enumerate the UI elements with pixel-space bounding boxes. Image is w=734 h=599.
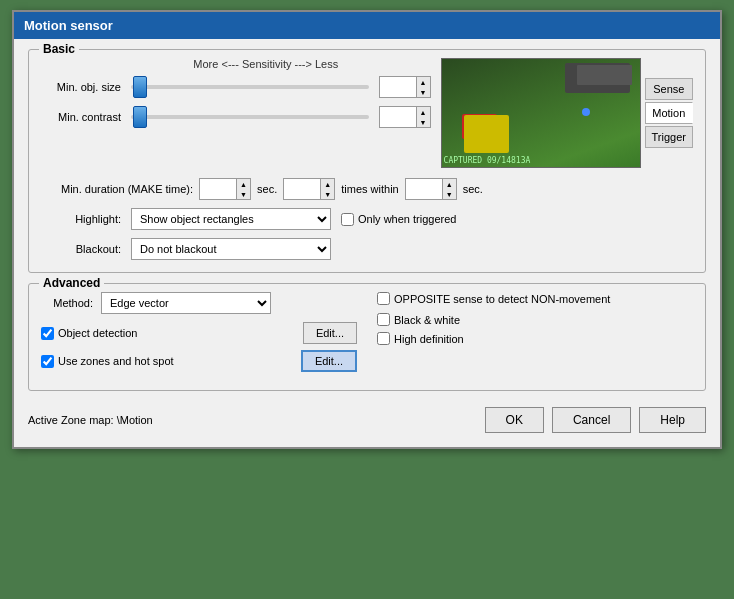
camera-preview: CAPTURED 09/14813A bbox=[441, 58, 641, 168]
min-contrast-label: Min. contrast bbox=[41, 111, 121, 123]
min-obj-size-label: Min. obj. size bbox=[41, 81, 121, 93]
min-obj-size-up[interactable]: ▲ bbox=[416, 77, 430, 87]
edit-zones-button[interactable]: Edit... bbox=[301, 350, 357, 372]
times-input[interactable]: 1 bbox=[284, 179, 320, 199]
method-label: Method: bbox=[41, 297, 93, 309]
highlight-select[interactable]: Show object rectangles Do not highlight … bbox=[131, 208, 331, 230]
motion-sensor-dialog: Motion sensor Basic More <--- Sensitivit… bbox=[12, 10, 722, 449]
tab-buttons: Sense Motion Trigger bbox=[645, 58, 693, 168]
within-input[interactable]: 30 bbox=[406, 179, 442, 199]
within-spinbox: 30 ▲ ▼ bbox=[405, 178, 457, 200]
times-up[interactable]: ▲ bbox=[320, 179, 334, 189]
times-down[interactable]: ▼ bbox=[320, 189, 334, 199]
use-zones-checkbox[interactable] bbox=[41, 355, 54, 368]
min-contrast-track bbox=[131, 115, 369, 119]
min-contrast-input[interactable]: 15 bbox=[380, 107, 416, 127]
times-spinbox: 1 ▲ ▼ bbox=[283, 178, 335, 200]
duration-down[interactable]: ▼ bbox=[236, 189, 250, 199]
dialog-title: Motion sensor bbox=[14, 12, 720, 39]
high-definition-label: High definition bbox=[394, 333, 464, 345]
use-zones-label: Use zones and hot spot bbox=[58, 355, 174, 367]
basic-group-label: Basic bbox=[39, 42, 79, 56]
min-contrast-thumb[interactable] bbox=[133, 106, 147, 128]
tab-motion[interactable]: Motion bbox=[645, 102, 693, 124]
blackout-label: Blackout: bbox=[61, 243, 121, 255]
ok-button[interactable]: OK bbox=[485, 407, 544, 433]
active-zone-text: Active Zone map: \Motion bbox=[28, 414, 153, 426]
footer: Active Zone map: \Motion OK Cancel Help bbox=[28, 401, 706, 437]
within-up[interactable]: ▲ bbox=[442, 179, 456, 189]
only-triggered-checkbox[interactable] bbox=[341, 213, 354, 226]
times-within-label: times within bbox=[341, 183, 398, 195]
black-white-label: Black & white bbox=[394, 314, 460, 326]
edit-object-detection-button[interactable]: Edit... bbox=[303, 322, 357, 344]
object-detection-label: Object detection bbox=[58, 327, 138, 339]
min-obj-size-spinbox: 150 ▲ ▼ bbox=[379, 76, 431, 98]
duration-label: Min. duration (MAKE time): bbox=[61, 183, 193, 195]
min-contrast-up[interactable]: ▲ bbox=[416, 107, 430, 117]
high-definition-checkbox[interactable] bbox=[377, 332, 390, 345]
cancel-button[interactable]: Cancel bbox=[552, 407, 631, 433]
min-obj-size-thumb[interactable] bbox=[133, 76, 147, 98]
min-obj-size-track bbox=[131, 85, 369, 89]
min-obj-size-down[interactable]: ▼ bbox=[416, 87, 430, 97]
help-button[interactable]: Help bbox=[639, 407, 706, 433]
active-zone-value: \Motion bbox=[117, 414, 153, 426]
min-obj-size-input[interactable]: 150 bbox=[380, 77, 416, 97]
within-down[interactable]: ▼ bbox=[442, 189, 456, 199]
min-contrast-spinbox: 15 ▲ ▼ bbox=[379, 106, 431, 128]
cam-timestamp: CAPTURED 09/14813A bbox=[444, 156, 531, 165]
highlight-label: Highlight: bbox=[61, 213, 121, 225]
tab-sense[interactable]: Sense bbox=[645, 78, 693, 100]
basic-group: Basic More <--- Sensitivity ---> Less Mi… bbox=[28, 49, 706, 273]
tab-trigger[interactable]: Trigger bbox=[645, 126, 693, 148]
min-contrast-down[interactable]: ▼ bbox=[416, 117, 430, 127]
opposite-sense-checkbox[interactable] bbox=[377, 292, 390, 305]
within-unit: sec. bbox=[463, 183, 483, 195]
advanced-group-label: Advanced bbox=[39, 276, 104, 290]
advanced-group: Advanced Method: Edge vector Frame diffe… bbox=[28, 283, 706, 391]
object-detection-checkbox[interactable] bbox=[41, 327, 54, 340]
duration-input[interactable]: 0.5 bbox=[200, 179, 236, 199]
opposite-sense-label: OPPOSITE sense to detect NON-movement bbox=[394, 293, 610, 305]
duration-unit: sec. bbox=[257, 183, 277, 195]
black-white-checkbox[interactable] bbox=[377, 313, 390, 326]
sensitivity-label: More <--- Sensitivity ---> Less bbox=[101, 58, 431, 70]
only-triggered-label: Only when triggered bbox=[358, 213, 456, 225]
blackout-select[interactable]: Do not blackout Blackout all Blackout no… bbox=[131, 238, 331, 260]
duration-spinbox: 0.5 ▲ ▼ bbox=[199, 178, 251, 200]
duration-up[interactable]: ▲ bbox=[236, 179, 250, 189]
method-select[interactable]: Edge vector Frame difference Background … bbox=[101, 292, 271, 314]
cam-motion-dot bbox=[582, 108, 590, 116]
